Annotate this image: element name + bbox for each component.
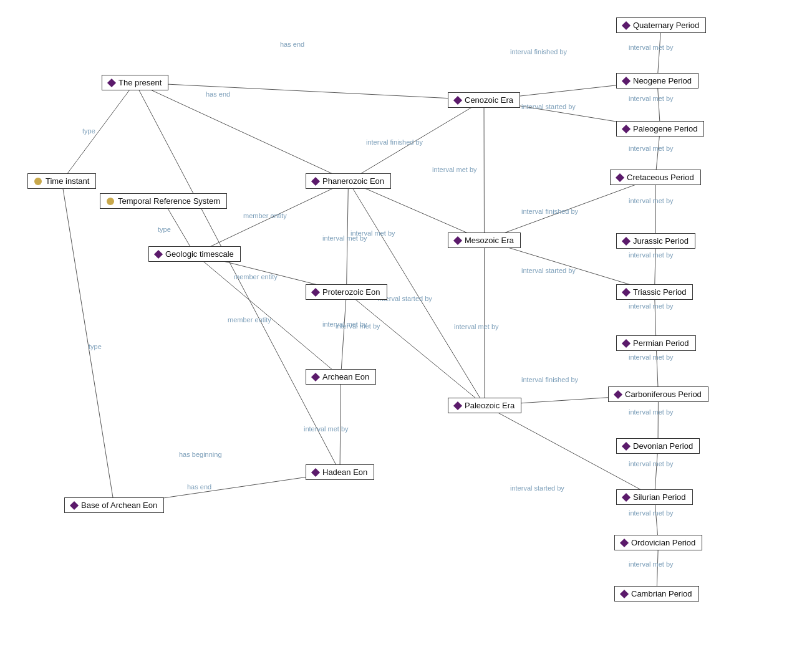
edge-label: interval met by: [432, 166, 477, 173]
circle-icon: [107, 198, 114, 205]
svg-line-9: [485, 178, 656, 241]
node-cenozoic[interactable]: Cenozoic Era: [448, 92, 520, 108]
svg-line-31: [347, 292, 485, 406]
node-mesozoic[interactable]: Mesozoic Era: [448, 233, 521, 248]
svg-line-22: [484, 100, 485, 241]
ontology-diagram: Quaternary PeriodNeogene PeriodPaleogene…: [0, 0, 812, 652]
diamond-icon: [622, 441, 631, 450]
diamond-icon: [107, 78, 116, 87]
node-silurian[interactable]: Silurian Period: [616, 489, 693, 505]
svg-line-3: [135, 83, 341, 472]
node-paleogene[interactable]: Paleogene Period: [616, 121, 704, 137]
node-paleozoic[interactable]: Paleozoic Era: [448, 398, 521, 413]
edge-label: interval finished by: [510, 48, 567, 55]
node-label: Ordovician Period: [631, 538, 695, 547]
diamond-icon: [311, 287, 320, 296]
edge-label: interval met by: [336, 322, 380, 330]
node-carboniferous[interactable]: Carboniferous Period: [608, 386, 708, 402]
node-basearchean[interactable]: Base of Archean Eon: [64, 497, 164, 513]
svg-line-25: [485, 241, 485, 406]
svg-line-10: [655, 178, 656, 241]
diamond-icon: [622, 236, 631, 245]
node-permian[interactable]: Permian Period: [616, 335, 696, 351]
node-geologic[interactable]: Geologic timescale: [148, 246, 241, 262]
node-label: Quaternary Period: [633, 21, 699, 30]
node-label: Carboniferous Period: [625, 390, 702, 399]
diamond-icon: [620, 538, 629, 547]
edge-label: interval met by: [350, 229, 395, 237]
edge-label: interval met by: [629, 460, 674, 467]
svg-line-21: [349, 100, 485, 181]
edge-label: interval finished by: [366, 138, 423, 146]
edge-label: interval started by: [521, 267, 576, 274]
node-thepresent[interactable]: The present: [102, 75, 168, 90]
edge-label: interval started by: [521, 103, 576, 110]
node-label: Geologic timescale: [165, 249, 234, 259]
svg-line-1: [135, 83, 485, 100]
diamond-icon: [453, 401, 462, 410]
node-label: Cenozoic Era: [465, 95, 513, 105]
node-label: Cretaceous Period: [627, 173, 694, 182]
node-jurassic[interactable]: Jurassic Period: [616, 233, 695, 249]
node-label: Hadean Eon: [322, 467, 367, 477]
svg-line-30: [341, 292, 347, 377]
diamond-icon: [622, 76, 631, 85]
edge-label: interval finished by: [521, 376, 578, 383]
node-quaternary[interactable]: Quaternary Period: [616, 17, 706, 33]
edge-label: member entity: [234, 273, 278, 280]
edge-label: interval met by: [629, 145, 674, 152]
edge-label: interval met by: [629, 560, 674, 568]
diamond-icon: [311, 467, 320, 476]
node-label: Mesozoic Era: [465, 236, 514, 245]
svg-line-23: [349, 181, 485, 241]
node-label: Devonian Period: [633, 441, 693, 451]
node-label: Paleozoic Era: [465, 401, 515, 410]
node-temporalref[interactable]: Temporal Reference System: [100, 193, 227, 209]
edge-label: interval met by: [629, 509, 674, 517]
node-ordovician[interactable]: Ordovician Period: [614, 535, 702, 550]
node-phanerozoic[interactable]: Phanerozoic Eon: [306, 173, 391, 189]
node-label: Triassic Period: [633, 287, 686, 297]
node-neogene[interactable]: Neogene Period: [616, 73, 698, 89]
node-label: Time instant: [46, 176, 89, 186]
edge-label: interval met by: [454, 323, 499, 330]
node-archean[interactable]: Archean Eon: [306, 369, 376, 385]
diamond-icon: [154, 249, 163, 258]
diamond-icon: [311, 176, 320, 185]
edge-label: interval met by: [322, 320, 367, 328]
svg-line-29: [347, 181, 349, 292]
diamond-icon: [622, 287, 631, 296]
node-label: Permian Period: [633, 338, 689, 348]
edge-label: interval met by: [629, 197, 674, 204]
node-proterozoic[interactable]: Proterozoic Eon: [306, 284, 387, 300]
svg-line-28: [195, 254, 341, 377]
node-cretaceous[interactable]: Cretaceous Period: [610, 170, 701, 185]
diamond-icon: [70, 501, 79, 509]
node-devonian[interactable]: Devonian Period: [616, 438, 700, 454]
node-label: Neogene Period: [633, 76, 692, 85]
diamond-icon: [616, 173, 624, 181]
edge-label: interval met by: [629, 408, 674, 416]
edge-label: interval met by: [629, 44, 674, 51]
node-label: Proterozoic Eon: [322, 287, 380, 297]
edge-label: member entity: [243, 212, 287, 219]
edge-label: interval met by: [629, 251, 674, 259]
edge-label: type: [82, 127, 95, 135]
node-label: Archean Eon: [322, 372, 369, 381]
svg-line-32: [340, 377, 341, 472]
diamond-icon: [453, 95, 462, 104]
node-timeinstant[interactable]: Time instant: [27, 173, 96, 189]
node-label: Jurassic Period: [633, 236, 689, 246]
node-label: Temporal Reference System: [118, 196, 220, 206]
node-label: Base of Archean Eon: [81, 501, 157, 510]
node-hadean[interactable]: Hadean Eon: [306, 464, 374, 480]
edge-label: interval met by: [629, 353, 674, 361]
node-label: Phanerozoic Eon: [322, 176, 384, 186]
diagram-lines: [0, 0, 812, 652]
edge-label: type: [89, 343, 102, 350]
diamond-icon: [622, 338, 631, 347]
node-cambrian[interactable]: Cambrian Period: [614, 586, 699, 602]
node-triassic[interactable]: Triassic Period: [616, 284, 693, 300]
diamond-icon: [622, 492, 631, 501]
edge-label: has end: [206, 90, 230, 98]
